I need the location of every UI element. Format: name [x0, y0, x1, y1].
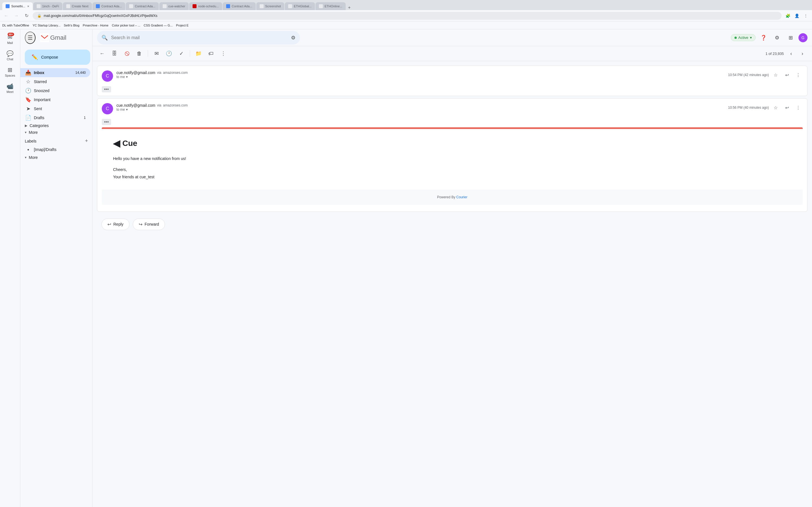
delete-button[interactable]: 🗑 [134, 48, 144, 59]
labels-add-button[interactable]: + [85, 138, 88, 144]
tab-cue-watcher[interactable]: cue-watcher [159, 2, 189, 10]
more-msg-button-1[interactable]: ⋮ [794, 70, 803, 79]
sidebar-item-imap-drafts[interactable]: ● [Imap]/Drafts [20, 145, 90, 154]
bookmark-colorpicker[interactable]: Color picker tool – ... [112, 24, 140, 27]
tab-1inch[interactable]: 1inch - DeFi [33, 2, 62, 10]
browser-nav-bar: ← → ↻ 🔒 mail.google.com/mail/u/0/#inbox/… [0, 10, 812, 21]
settings-button[interactable]: ⚙ [771, 32, 783, 43]
vs-item-spaces[interactable]: ⊞ Spaces [0, 64, 20, 79]
important-icon: 🔖 [25, 97, 32, 103]
bookmark-yc[interactable]: YC Startup Library... [33, 24, 60, 27]
archive-button[interactable]: 🗄 [109, 48, 119, 59]
reply-button-2[interactable]: ↩ [782, 103, 792, 112]
prev-email-button[interactable]: ‹ [786, 48, 796, 59]
email-sender-name-2: cue.notify@gmail.com [116, 103, 155, 108]
labels-section-header: Labels + [20, 136, 93, 145]
vs-item-meet[interactable]: 📹 Meet [0, 80, 20, 96]
search-input[interactable] [111, 35, 288, 40]
extensions-button[interactable]: 🧩 [784, 12, 792, 20]
courier-link[interactable]: Courier [456, 195, 467, 199]
star-button-1[interactable]: ☆ [771, 70, 780, 79]
sidebar-item-important[interactable]: 🔖 Important [20, 95, 90, 104]
sidebar-item-snoozed[interactable]: 🕐 Snoozed [20, 86, 90, 95]
email-message-2-header[interactable]: C cue.notify@gmail.com via amazonses.com… [97, 99, 807, 119]
tab-contract-ada-3[interactable]: Contract Ada... [223, 2, 256, 10]
search-bar-inner[interactable]: 🔍 ⚙ [97, 31, 300, 45]
tab-contract-ada[interactable]: Contract Ada... [93, 2, 125, 10]
back-to-list-button[interactable]: ← [97, 48, 107, 59]
profile-button[interactable]: 👤 [793, 12, 801, 20]
help-button[interactable]: ❓ [758, 32, 769, 43]
reply-button-1[interactable]: ↩ [782, 70, 792, 79]
spaces-icon: ⊞ [8, 66, 12, 73]
bookmark-seth[interactable]: Seth's Blog [64, 24, 79, 27]
expand-dots-1[interactable]: ••• [102, 86, 111, 93]
tab-ethglobal[interactable]: ETHGlobal... [285, 2, 315, 10]
forward-button[interactable]: → [12, 12, 20, 20]
footer-powered-text: Powered By [437, 195, 456, 199]
sidebar-item-drafts[interactable]: 📄 Drafts 1 [20, 113, 90, 122]
snooze-button[interactable]: 🕐 [164, 48, 174, 59]
new-tab-button[interactable]: + [346, 5, 352, 10]
email-to-expand-icon-2[interactable]: ▾ [126, 108, 128, 112]
mark-unread-button[interactable]: ✉ [151, 48, 161, 59]
tab-active[interactable]: Somethi... ✕ [2, 2, 33, 10]
tab-node-schedule[interactable]: node-schedu... [189, 2, 222, 10]
bookmarks-bar: DL with TubeOffline YC Startup Library..… [0, 21, 812, 29]
search-options-icon[interactable]: ⚙ [291, 35, 296, 41]
gmail-top-header: 🔍 ⚙ Active ▾ ❓ ⚙ ⊞ G [93, 29, 812, 46]
refresh-button[interactable]: ↻ [22, 12, 31, 20]
labels-more-section[interactable]: ▾ More [20, 154, 93, 161]
sidebar-label-drafts: Drafts [34, 115, 82, 120]
label-button[interactable]: 🏷 [206, 48, 216, 59]
star-button-2[interactable]: ☆ [771, 103, 780, 112]
more-actions-button[interactable]: ⋮ [218, 48, 229, 59]
tab-create-next[interactable]: Create Next [63, 2, 92, 10]
email-body-2: ••• ◀ Cue Hello you have a new notifica [97, 119, 807, 212]
sidebar-item-inbox[interactable]: 📥 Inbox 14,440 [20, 68, 90, 77]
tab-contract-ada-2[interactable]: Contract Ada... [126, 2, 159, 10]
email-message-1-header[interactable]: C cue.notify@gmail.com via amazonses.com… [97, 66, 807, 86]
tab-favicon [37, 4, 41, 8]
sidebar-item-starred[interactable]: ☆ Starred [20, 77, 90, 86]
bookmark-cssgradient[interactable]: CSS Gradient — G... [144, 24, 173, 27]
tab-screenshot[interactable]: Screenshot [256, 2, 285, 10]
reply-button-main[interactable]: ↩ Reply [101, 219, 130, 230]
email-to-label-2: to me [116, 108, 125, 112]
sidebar-item-sent[interactable]: ➤ Sent [20, 104, 90, 113]
vs-item-chat[interactable]: 💬 Chat [0, 48, 20, 63]
tab-label: ETHGlobal... [294, 4, 312, 8]
reply-label: Reply [113, 222, 123, 226]
categories-section[interactable]: ▶ Categories [20, 122, 93, 129]
tab-favicon [319, 4, 323, 8]
reply-forward-area: ↩ Reply ↪ Forward [97, 214, 808, 235]
add-task-button[interactable]: ✓ [176, 48, 186, 59]
expand-dots-2[interactable]: ••• [102, 119, 111, 125]
email-avatar-2: C [102, 103, 113, 114]
back-button[interactable]: ← [2, 12, 10, 20]
more-msg-button-2[interactable]: ⋮ [794, 103, 803, 112]
tab-close-btn[interactable]: ✕ [27, 5, 29, 8]
bookmark-project-e[interactable]: Project E [176, 24, 189, 27]
email-snippet-1: ••• [97, 86, 807, 96]
compose-button[interactable]: ✏️ Compose [25, 50, 90, 65]
next-email-button[interactable]: › [797, 48, 808, 59]
menu-button[interactable]: ☰ [25, 32, 36, 44]
email-to-expand-icon-1[interactable]: ▾ [126, 75, 128, 79]
spam-button[interactable]: 🚫 [122, 48, 132, 59]
user-avatar[interactable]: G [799, 33, 808, 42]
vs-item-mail[interactable]: ✉ 99+ Mail [0, 32, 20, 47]
tab-ethonline[interactable]: ETHOnline... [315, 2, 346, 10]
more-button[interactable]: ⋮ [802, 12, 810, 20]
apps-button[interactable]: ⊞ [785, 32, 796, 43]
forward-button-main[interactable]: ↪ Forward [133, 219, 165, 230]
move-to-button[interactable]: 📁 [193, 48, 204, 59]
email-sender-row-1: cue.notify@gmail.com via amazonses.com [116, 70, 725, 75]
more-section[interactable]: ▾ More [20, 129, 93, 136]
email-via-domain-2: amazonses.com [163, 103, 188, 107]
bookmark-tubeoffline[interactable]: DL with TubeOffline [2, 24, 29, 27]
email-via-2: via [157, 103, 161, 107]
bookmark-pmarchive[interactable]: Pmarchive - Home [83, 24, 109, 27]
active-status-badge[interactable]: Active ▾ [731, 34, 756, 41]
address-bar[interactable]: 🔒 mail.google.com/mail/u/0/#inbox/FMfcgz… [33, 12, 781, 20]
